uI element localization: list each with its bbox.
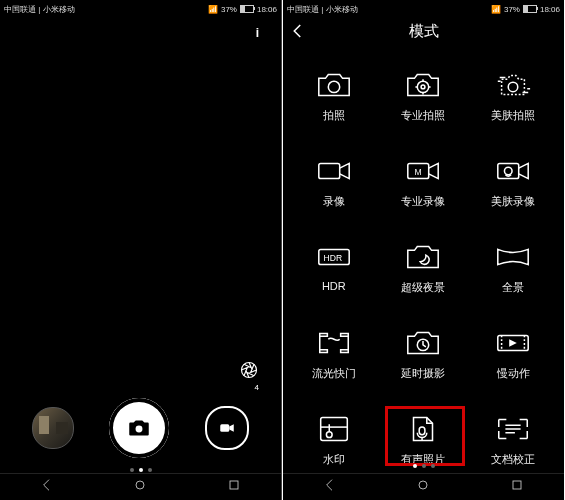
light-painting-icon [314,326,354,360]
mode-label: 专业录像 [401,194,445,209]
page-dot [148,468,152,472]
camera-topbar: i [0,16,281,46]
slowmo-icon [493,326,533,360]
camera-icon [314,68,354,102]
nav-back-icon[interactable] [39,477,55,497]
svg-point-8 [508,82,518,92]
mode-video[interactable]: 录像 [289,148,379,230]
mode-label: 录像 [323,194,345,209]
mode-label: 流光快门 [312,366,356,381]
clock: 18:06 [540,5,560,14]
svg-rect-22 [513,481,521,489]
battery-pct: 37% [504,5,520,14]
page-dot [422,464,426,468]
mode-label: 延时摄影 [401,366,445,381]
page-dot [431,464,435,468]
mode-label: 超级夜景 [401,280,445,295]
svg-rect-9 [319,163,340,178]
night-icon [403,240,443,274]
aperture-icon[interactable] [239,360,259,380]
page-indicator [0,468,281,472]
aperture-value: 4 [255,383,259,392]
page-title: 模式 [409,22,439,41]
svg-rect-18 [321,418,348,441]
video-icon [314,154,354,188]
page-dot-active [139,468,143,472]
back-icon[interactable] [289,22,307,40]
camera-modes-screen: 中国联通 | 小米移动 📶 37% 18:06 模式 拍照 [283,0,564,500]
nav-home-icon[interactable] [132,477,148,497]
video-mode-button[interactable] [205,406,249,450]
camera-viewfinder-screen: 中国联通 | 小米移动 📶 37% 18:06 i 4 [0,0,282,500]
mode-beauty-video[interactable]: 美肤录像 [468,148,558,230]
svg-text:M: M [415,167,422,177]
status-bar: 中国联通 | 小米移动 📶 37% 18:06 [283,0,564,17]
battery-pct: 37% [221,5,237,14]
status-bar: 中国联通 | 小米移动 📶 37% 18:06 [0,0,281,17]
mode-label: 美肤拍照 [491,108,535,123]
svg-point-6 [418,81,429,92]
watermark-icon [314,412,354,446]
mode-slowmo[interactable]: 慢动作 [468,320,558,402]
svg-point-13 [505,167,513,175]
nav-recent-icon[interactable] [226,477,242,497]
nav-home-icon[interactable] [415,477,431,497]
carrier-label: 中国联通 | 小米移动 [287,4,358,15]
beauty-camera-icon [493,68,533,102]
page-dot [130,468,134,472]
mode-label: 全景 [502,280,524,295]
carrier-label: 中国联通 | 小米移动 [4,4,75,15]
mode-beauty-photo[interactable]: 美肤拍照 [468,62,558,144]
mode-label: 慢动作 [497,366,530,381]
hdr-icon: HDR [314,240,354,274]
svg-point-7 [422,85,426,89]
svg-point-1 [136,426,143,433]
beauty-video-icon [493,154,533,188]
pro-camera-icon [403,68,443,102]
mode-grid: 拍照 专业拍照 美肤拍照 录像 [283,62,564,452]
nav-recent-icon[interactable] [509,477,525,497]
nav-back-icon[interactable] [322,477,338,497]
timelapse-icon [403,326,443,360]
svg-rect-4 [230,481,238,489]
page-indicator [283,464,564,468]
mode-label: 专业拍照 [401,108,445,123]
mode-hdr[interactable]: HDR HDR [289,234,379,316]
mode-pro-photo[interactable]: 专业拍照 [379,62,469,144]
svg-point-21 [419,481,427,489]
mode-light[interactable]: 流光快门 [289,320,379,402]
mode-night[interactable]: 超级夜景 [379,234,469,316]
battery-icon [240,5,254,13]
battery-icon [523,5,537,13]
system-nav-bar [0,473,281,500]
highlight-box [385,406,465,466]
info-icon[interactable]: i [256,26,259,40]
mode-label: 美肤录像 [491,194,535,209]
system-nav-bar [283,473,564,500]
mode-pro-video[interactable]: M 专业录像 [379,148,469,230]
camera-bottom-controls [0,398,281,458]
mode-photo[interactable]: 拍照 [289,62,379,144]
mode-label: 拍照 [323,108,345,123]
mode-timelapse[interactable]: 延时摄影 [379,320,469,402]
svg-text:HDR: HDR [323,253,342,263]
gallery-thumbnail[interactable] [32,407,74,449]
mode-label: HDR [322,280,346,292]
pro-video-icon: M [403,154,443,188]
clock: 18:06 [257,5,277,14]
shutter-button[interactable] [109,398,169,458]
page-dot-active [413,464,417,468]
svg-point-19 [326,432,332,438]
svg-rect-2 [220,424,229,432]
svg-point-5 [328,81,339,92]
doc-scan-icon [493,412,533,446]
modes-topbar: 模式 [283,16,564,46]
svg-point-3 [136,481,144,489]
panorama-icon [493,240,533,274]
mode-panorama[interactable]: 全景 [468,234,558,316]
